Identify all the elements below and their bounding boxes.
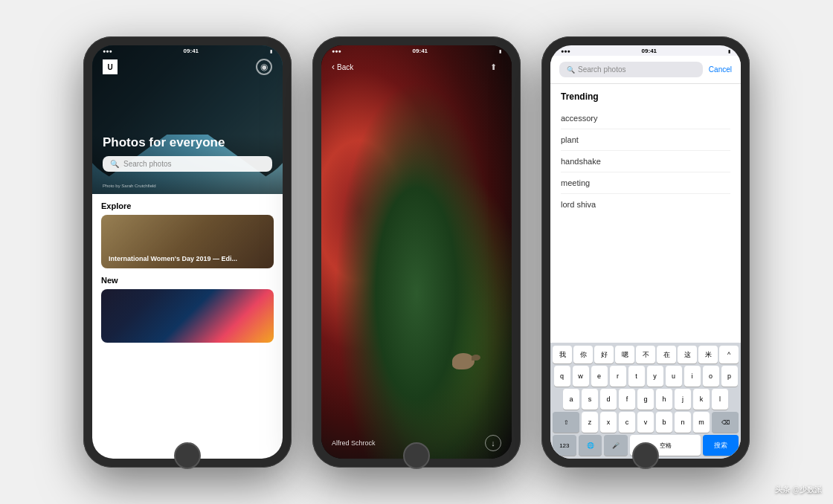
kb-u[interactable]: u bbox=[666, 366, 682, 387]
kb-n[interactable]: n bbox=[675, 412, 691, 433]
battery-2: ▮ bbox=[499, 48, 501, 54]
kb-cn-2[interactable]: 好 bbox=[594, 346, 614, 364]
kb-o[interactable]: o bbox=[703, 366, 719, 387]
kb-d[interactable]: d bbox=[600, 389, 617, 410]
search-icon-3: 🔍 bbox=[567, 66, 575, 74]
explore-card-text: International Women's Day 2019 — Edi... bbox=[109, 255, 237, 262]
phone-2: ●●● 09:41 ▮ ‹ Back ⬆ Alfred Schrock bbox=[312, 36, 521, 468]
trending-item-0[interactable]: accessory bbox=[561, 108, 730, 129]
download-icon: ↓ bbox=[491, 439, 495, 448]
keyboard: 我 你 好 嗯 不 在 这 米 ^ q w e r t y bbox=[550, 343, 741, 459]
trending-item-1[interactable]: plant bbox=[561, 129, 730, 151]
kb-q[interactable]: q bbox=[554, 366, 570, 387]
kb-c[interactable]: c bbox=[619, 412, 635, 433]
share-icon: ⬆ bbox=[490, 62, 497, 72]
kb-e[interactable]: e bbox=[591, 366, 608, 387]
kb-m[interactable]: m bbox=[693, 412, 710, 433]
kb-k[interactable]: k bbox=[693, 389, 710, 410]
hero-title: Photos for everyone bbox=[103, 135, 272, 150]
phone2-topbar: ‹ Back ⬆ bbox=[321, 56, 512, 78]
search-bar[interactable]: 🔍 Search photos bbox=[103, 156, 272, 172]
home-button-3[interactable] bbox=[632, 442, 659, 469]
phone-1: ●●● 09:41 ▮ U ◉ Photos for everyone bbox=[83, 36, 292, 468]
kb-cn-3[interactable]: 嗯 bbox=[615, 346, 634, 364]
search-area: 🔍 Search photos Cancel bbox=[550, 56, 741, 84]
kb-w[interactable]: w bbox=[573, 366, 589, 387]
kb-cn-0[interactable]: 我 bbox=[553, 346, 572, 364]
search-icon: 🔍 bbox=[110, 160, 119, 168]
kb-x[interactable]: x bbox=[600, 412, 617, 433]
phone1-content: Explore International Women's Day 2019 —… bbox=[92, 194, 283, 459]
search-input[interactable]: 🔍 Search photos bbox=[559, 62, 703, 77]
search-bar-container: 🔍 Search photos Cancel bbox=[550, 56, 741, 84]
trending-title: Trending bbox=[561, 91, 730, 102]
explore-label: Explore bbox=[101, 201, 274, 210]
kb-s[interactable]: s bbox=[582, 389, 598, 410]
kb-i[interactable]: i bbox=[684, 366, 701, 387]
kb-shift[interactable]: ⇧ bbox=[553, 412, 579, 433]
status-bar-1: ●●● 09:41 ▮ bbox=[92, 45, 283, 56]
signal-2: ●●● bbox=[332, 48, 341, 54]
kb-z[interactable]: z bbox=[582, 412, 598, 433]
kb-globe[interactable]: 🌐 bbox=[579, 435, 602, 456]
kb-l[interactable]: l bbox=[712, 389, 728, 410]
battery-icon-1: ▮ bbox=[270, 48, 272, 54]
home-button-1[interactable] bbox=[174, 442, 201, 469]
kb-backspace[interactable]: ⌫ bbox=[712, 412, 739, 433]
trending-item-3[interactable]: meeting bbox=[561, 172, 730, 194]
new-card[interactable] bbox=[101, 289, 274, 343]
page-wrapper: ●●● 09:41 ▮ U ◉ Photos for everyone bbox=[0, 0, 833, 504]
phone-3: ●●● 09:41 ▮ 🔍 Search photos Cancel Trend… bbox=[541, 36, 750, 468]
kb-search[interactable]: 搜索 bbox=[703, 435, 739, 456]
explore-card[interactable]: International Women's Day 2019 — Edi... bbox=[101, 215, 274, 268]
kb-j[interactable]: j bbox=[675, 389, 691, 410]
kb-h[interactable]: h bbox=[656, 389, 672, 410]
photo-bottom-bar: Alfred Schrock ↓ bbox=[321, 429, 512, 459]
status-bar-3: ●●● 09:41 ▮ bbox=[550, 45, 741, 56]
kb-numbers[interactable]: 123 bbox=[553, 435, 576, 456]
keyboard-row-2: a s d f g h j k l bbox=[553, 389, 739, 410]
unsplash-logo: U bbox=[103, 59, 118, 74]
search-placeholder-3: Search photos bbox=[578, 65, 626, 74]
cancel-button[interactable]: Cancel bbox=[709, 65, 732, 74]
keyboard-chinese-row: 我 你 好 嗯 不 在 这 米 ^ bbox=[553, 346, 739, 364]
kb-cn-6[interactable]: 这 bbox=[678, 346, 697, 364]
kb-b[interactable]: b bbox=[656, 412, 672, 433]
kb-p[interactable]: p bbox=[721, 366, 738, 387]
kb-t[interactable]: t bbox=[628, 366, 645, 387]
back-label: Back bbox=[337, 63, 353, 71]
kb-cn-5[interactable]: 在 bbox=[657, 346, 676, 364]
hero-image: U ◉ Photos for everyone 🔍 Search photos … bbox=[92, 45, 283, 194]
photo-credit: Photo by Sarah Crutchfield bbox=[103, 184, 156, 188]
chevron-left-icon: ‹ bbox=[332, 62, 335, 72]
kb-r[interactable]: r bbox=[610, 366, 626, 387]
trending-item-4[interactable]: lord shiva bbox=[561, 194, 730, 215]
bird-decoration bbox=[452, 353, 475, 369]
kb-f[interactable]: f bbox=[619, 389, 635, 410]
kb-mic[interactable]: 🎤 bbox=[604, 435, 628, 456]
kb-cn-7[interactable]: 米 bbox=[698, 346, 718, 364]
trending-item-2[interactable]: handshake bbox=[561, 151, 730, 172]
avatar[interactable]: ◉ bbox=[256, 59, 272, 75]
download-button[interactable]: ↓ bbox=[485, 435, 501, 451]
keyboard-row-1: q w e r t y u i o p bbox=[553, 366, 739, 387]
new-label: New bbox=[101, 276, 274, 285]
kb-cn-8[interactable]: ^ bbox=[719, 346, 739, 364]
kb-v[interactable]: v bbox=[637, 412, 654, 433]
kb-cn-4[interactable]: 不 bbox=[636, 346, 655, 364]
time-1: 09:41 bbox=[184, 48, 199, 54]
kb-cn-1[interactable]: 你 bbox=[573, 346, 593, 364]
signal-3: ●●● bbox=[561, 48, 570, 54]
kb-y[interactable]: y bbox=[647, 366, 663, 387]
battery-3: ▮ bbox=[728, 48, 730, 54]
kb-g[interactable]: g bbox=[637, 389, 654, 410]
phone1-topbar: U ◉ bbox=[92, 56, 283, 78]
share-button[interactable]: ⬆ bbox=[485, 59, 501, 75]
battery-1: ▮ bbox=[270, 48, 272, 54]
keyboard-row-3: ⇧ z x c v b n m ⌫ bbox=[553, 412, 739, 433]
kb-a[interactable]: a bbox=[563, 389, 579, 410]
time-2: 09:41 bbox=[413, 48, 428, 54]
phone-2-screen: ●●● 09:41 ▮ ‹ Back ⬆ Alfred Schrock bbox=[321, 45, 512, 459]
back-button[interactable]: ‹ Back bbox=[332, 62, 353, 72]
phone-1-screen: ●●● 09:41 ▮ U ◉ Photos for everyone bbox=[92, 45, 283, 459]
